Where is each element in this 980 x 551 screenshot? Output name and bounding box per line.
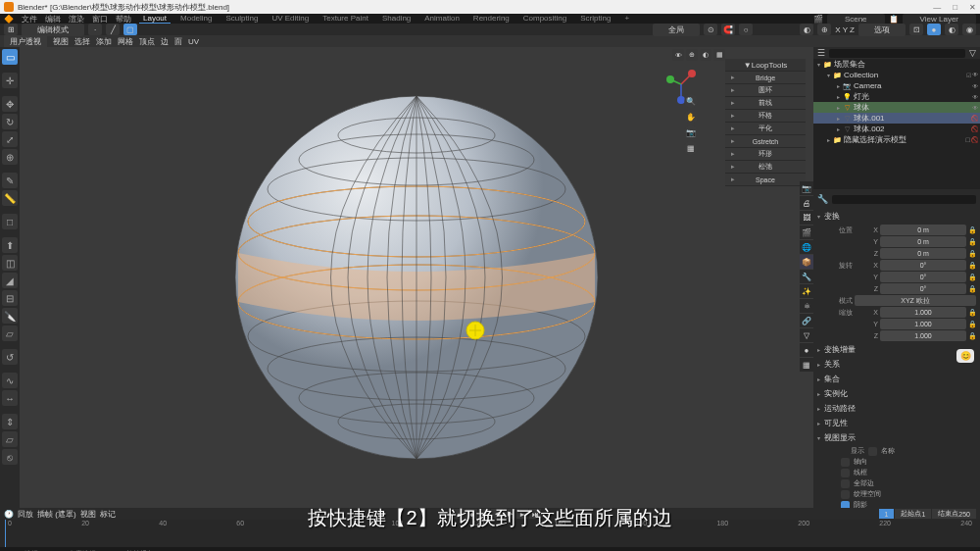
proptab-scene[interactable]: 🎬 xyxy=(800,225,813,239)
outliner-sphere002[interactable]: 球体.002 xyxy=(854,124,885,134)
menu-mesh[interactable]: 网格 xyxy=(118,36,133,47)
tab-texture[interactable]: Texture Paint xyxy=(318,14,372,24)
looptools-gstretch[interactable]: ▸Gstretch xyxy=(725,135,806,147)
menu-edge[interactable]: 边 xyxy=(161,36,169,47)
tab-scripting[interactable]: Scripting xyxy=(576,14,614,24)
tool-rotate[interactable]: ↻ xyxy=(2,114,18,129)
looptools-loop[interactable]: ▸环形 xyxy=(725,148,806,160)
visibility-header[interactable]: 可见性 xyxy=(824,418,848,428)
check-texspace[interactable] xyxy=(841,490,850,499)
tool-loopcut[interactable]: ⊟ xyxy=(2,290,18,306)
tool-smooth[interactable]: ∿ xyxy=(2,373,18,388)
pivot-icon[interactable]: ⊙ xyxy=(704,24,717,35)
tab-modeling[interactable]: Modeling xyxy=(176,14,216,24)
menu-file[interactable]: 文件 xyxy=(22,14,37,25)
proptab-material[interactable]: ● xyxy=(800,343,813,357)
looptools-bridge[interactable]: ▸Bridge xyxy=(725,72,806,83)
scale-y-field[interactable]: 1.000 xyxy=(880,319,966,329)
menu-vertex[interactable]: 顶点 xyxy=(139,36,155,47)
pos-x-field[interactable]: 0 m xyxy=(880,225,966,235)
tl-keying[interactable]: 插帧 (遮罩) xyxy=(37,509,76,520)
tl-end-frame[interactable]: 结束点 250 xyxy=(932,509,976,519)
tool-shear[interactable]: ▱ xyxy=(2,431,18,447)
blender-icon[interactable]: 🔶 xyxy=(4,15,14,24)
proptab-world[interactable]: 🌐 xyxy=(800,240,813,254)
relations-header[interactable]: 关系 xyxy=(824,359,840,370)
looptools-curve[interactable]: ▸前线 xyxy=(725,97,806,109)
tl-current-frame[interactable]: 1 xyxy=(879,509,895,519)
motion-header[interactable]: 运动路径 xyxy=(824,403,856,414)
overlays-toggle[interactable]: ◐ xyxy=(800,24,813,35)
outliner-collection[interactable]: Collection xyxy=(844,71,878,79)
rot-z-field[interactable]: 0° xyxy=(880,283,966,294)
menu-uv[interactable]: UV xyxy=(188,37,199,46)
looptools-space[interactable]: ▸Space xyxy=(725,174,806,185)
shading-material[interactable]: ◐ xyxy=(945,24,958,35)
minimize-button[interactable]: — xyxy=(933,3,941,12)
tab-compositing[interactable]: Compositing xyxy=(519,14,570,24)
view-object-types[interactable]: 👁 xyxy=(672,49,684,61)
outliner-sphere001[interactable]: 球体.001 xyxy=(854,113,885,124)
view-xray-toggle[interactable]: ▦ xyxy=(713,49,725,61)
looptools-loft[interactable]: ▸环格 xyxy=(725,110,806,122)
proptab-physics[interactable]: ⚛ xyxy=(800,299,813,313)
tool-add-cube[interactable]: □ xyxy=(2,214,18,229)
tool-polybuild[interactable]: ▱ xyxy=(2,326,18,341)
viewlayer-selector[interactable]: View Layer xyxy=(903,14,976,25)
playhead[interactable] xyxy=(5,520,6,547)
tl-playback[interactable]: 回放 xyxy=(18,509,33,520)
tool-cursor[interactable]: ✛ xyxy=(2,73,18,88)
snap-icon[interactable]: 🧲 xyxy=(721,24,735,35)
tab-shading[interactable]: Shading xyxy=(378,14,415,24)
emoji-widget[interactable]: 😊 xyxy=(956,349,974,363)
tool-knife[interactable]: 🔪 xyxy=(2,308,18,324)
scene-icon[interactable]: 🎬 xyxy=(813,15,823,24)
looptools-relax[interactable]: ▸松弛 xyxy=(725,161,806,173)
proptab-data[interactable]: ▽ xyxy=(800,328,813,342)
tool-transform[interactable]: ⊕ xyxy=(2,149,18,165)
check-axis[interactable] xyxy=(841,458,850,467)
proptab-object[interactable]: 📦 xyxy=(800,255,813,269)
outliner-scene-collection[interactable]: 场景集合 xyxy=(834,59,865,70)
tool-annotate[interactable]: ✎ xyxy=(2,173,18,188)
menu-window[interactable]: 窗口 xyxy=(92,14,108,25)
menu-render[interactable]: 渲染 xyxy=(69,14,84,25)
outliner-search[interactable] xyxy=(829,49,965,58)
edge-mode-button[interactable]: ╱ xyxy=(106,24,120,35)
transform-header[interactable]: 变换 xyxy=(824,211,840,222)
outliner-filter-icon[interactable]: ▽ xyxy=(969,48,976,58)
tool-select-box[interactable]: ▭ xyxy=(2,49,18,65)
delta-header[interactable]: 变换增量 xyxy=(824,344,856,355)
instancing-header[interactable]: 实例化 xyxy=(824,388,848,399)
shading-solid[interactable]: ● xyxy=(927,24,941,35)
menu-add[interactable]: 添加 xyxy=(96,36,112,47)
perspective-button[interactable]: ▦ xyxy=(684,141,698,155)
collections-header[interactable]: 集合 xyxy=(824,374,840,384)
tool-inset[interactable]: ◫ xyxy=(2,255,18,271)
looptools-flatten[interactable]: ▸平化 xyxy=(725,123,806,134)
check-alledges[interactable] xyxy=(841,479,850,488)
pos-y-field[interactable]: 0 m xyxy=(880,236,966,247)
rot-mode-field[interactable]: XYZ 欧拉 xyxy=(855,295,976,306)
maximize-button[interactable]: □ xyxy=(953,3,957,12)
pan-button[interactable]: ✋ xyxy=(684,110,698,124)
viewport-3d[interactable]: 👁 ⊕ ◐ ▦ 🔍 ✋ 📷 ▦ ▼LoopTools ▸Bridge ▸ xyxy=(20,47,813,508)
shading-rendered[interactable]: ◉ xyxy=(962,24,976,35)
editor-type-icon[interactable]: ⊞ xyxy=(4,24,18,35)
looptools-circle[interactable]: ▸圆环 xyxy=(725,84,806,96)
menu-help[interactable]: 帮助 xyxy=(116,14,131,25)
outliner-sphere[interactable]: 球体 xyxy=(854,102,869,113)
timeline-icon[interactable]: 🕐 xyxy=(4,510,14,519)
tl-view[interactable]: 视图 xyxy=(80,509,96,520)
pos-z-field[interactable]: 0 m xyxy=(880,248,966,259)
tool-extrude[interactable]: ⬆ xyxy=(2,237,18,253)
tool-move[interactable]: ✥ xyxy=(2,96,18,112)
menu-select[interactable]: 选择 xyxy=(74,36,90,47)
proptab-particles[interactable]: ✨ xyxy=(800,284,813,298)
menu-edit[interactable]: 编辑 xyxy=(45,14,61,25)
view-overlays-toggle[interactable]: ◐ xyxy=(700,49,711,61)
vertex-mode-button[interactable]: · xyxy=(88,24,102,35)
tool-slide[interactable]: ↔ xyxy=(2,390,18,406)
rot-x-field[interactable]: 0° xyxy=(880,260,966,271)
proptab-modifiers[interactable]: 🔧 xyxy=(800,270,813,283)
